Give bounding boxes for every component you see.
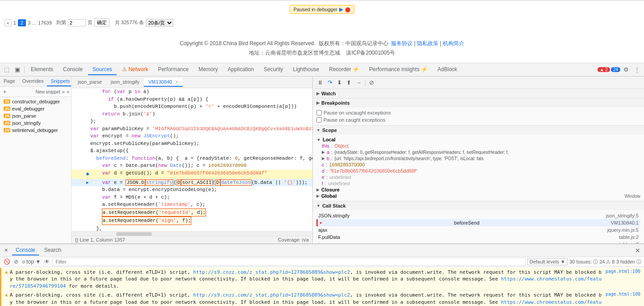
close-vm-tab-icon[interactable]: × [175,79,178,85]
console-link-3[interactable]: http://s9.cnzz.com/z_stat.php?id=1278605… [193,292,350,298]
file-tree-tab-page[interactable]: Page [0,76,19,86]
file-tree-tab-snippets[interactable]: Snippets [47,76,72,86]
console-tab-console[interactable]: Console [12,246,39,255]
close-drawer-btn[interactable]: ✕ [633,246,642,255]
file-tree-more2-icon[interactable]: » [67,89,69,94]
editor-tab-vm130840[interactable]: VM130840 × [144,78,183,87]
tab-recorder[interactable]: Recorder ⚡ [324,64,364,75]
close-console-btn[interactable]: ✕ [2,246,10,255]
footer-link-about[interactable]: 机构简介 [443,40,464,47]
tab-security[interactable]: Security [259,64,287,75]
code-scrollbar-thumb[interactable] [116,232,152,236]
scope-section-header[interactable]: ▼ Scope [313,126,644,135]
console-link-2[interactable]: https://www.chromestatus.com/feature/571… [10,276,602,289]
console-level-select[interactable]: Default levels ▼ [527,258,568,265]
pause-uncaught-checkbox[interactable] [316,110,322,115]
file-tree-tab-overrides[interactable]: Overrides [19,76,47,86]
scope-d-val: "81e7b8b0657f6642036850e6cb5dd88f" [329,168,417,174]
debugger-sections: ▶ Watch ▶ Breakpoints Pause on uncaught … [313,89,644,243]
step-into-btn[interactable]: ⬇ [335,78,344,87]
footer-link-privacy[interactable]: 隐私政策 [417,40,438,47]
step-over-btn[interactable]: ↷ [326,78,334,87]
console-link-1[interactable]: http://s9.cnzz.com/z_stat.php?id=1278605… [193,269,350,275]
step-out-btn[interactable]: ⬆ [345,78,353,87]
watch-section-header[interactable]: ▶ Watch [313,89,644,98]
call-stack-loc-3: jquery.min.js:5 [607,227,639,233]
tab-application[interactable]: Application [223,64,258,75]
file-tree-tabs: Page Overrides Snippets Workspace [0,76,71,87]
bp-dot-active[interactable]: ● [85,170,90,179]
code-content: var paramPublicKey = 'MIGfMA0GCSqGSIb3DQ… [90,125,312,133]
file-tree-more-icon[interactable]: » [62,89,65,94]
tab-sources[interactable]: Sources [88,64,117,75]
console-msg-loc-2[interactable]: page.html:100 [606,292,640,297]
call-stack-beforesend[interactable]: ● beforeSend VM130840:1 [316,219,640,226]
settings-icon[interactable]: ⚙ [621,65,631,74]
deactivate-breakpoints-btn[interactable]: ⊘ [367,78,376,87]
inspect-element-icon[interactable]: ⬚ [2,65,12,74]
scope-f: f: undefined [322,180,640,187]
console-tab-search[interactable]: Search [41,246,65,255]
call-stack-json-stringify[interactable]: JSON.stringify json_stringify:5 [316,212,640,219]
call-stack-section-header[interactable]: ▼ Call Stack [313,201,644,210]
page-num-last: 17639 [38,20,52,26]
editor-tab-json-parse[interactable]: json_parse [73,78,106,87]
code-line: return b.join('&') [72,110,312,118]
console-eye-icon[interactable]: 👁 [43,258,51,266]
console-filter-input[interactable] [52,258,526,266]
new-snippet-label[interactable]: New snippet [36,89,60,94]
tab-memory[interactable]: Memory [194,64,222,75]
scope-b[interactable]: ▶ b: {url: 'https://api.birdreport.cn/fr… [322,155,640,162]
call-stack-ajax[interactable]: ajax jquery.min.js:5 [316,226,640,234]
console-filter-icon[interactable]: ⊘ [13,258,19,266]
call-stack-fpulldata[interactable]: F.pullData table.js:2 [316,234,640,241]
file-item-eval-debugger[interactable]: JS eval_debugger [0,105,71,112]
top-frame-icon[interactable]: ⌾ top ▼ [21,258,42,266]
file-item-setinterval-debugger[interactable]: JS setinterval_debugger [0,127,71,134]
prev-page-btn[interactable]: ‹ [4,19,12,26]
watch-label: Watch [321,91,336,96]
editor-tab-json-stringify[interactable]: json_stringify [106,78,144,87]
file-item-json-stringify[interactable]: JS json_stringify [0,119,71,127]
tab-performance[interactable]: Performance [153,64,193,75]
more-options-icon[interactable]: ⋮ [632,65,642,74]
tab-elements[interactable]: Elements [26,64,58,75]
devtools-tabs-right: ▲ 2 24 ⚙ ⋮ [598,65,642,74]
page-2-btn[interactable]: 2 [18,19,26,26]
pause-caught-checkbox[interactable] [316,117,322,123]
tab-lighthouse[interactable]: Lighthouse [289,64,324,75]
clear-console-btn[interactable]: 🚫 [3,258,11,266]
file-item-constructor-debugger[interactable]: JS constructor_debugger [0,98,71,105]
code-scrollbar[interactable] [72,231,312,236]
record-icon[interactable]: ⬤ [345,7,350,13]
tab-perf-insights[interactable]: Performance insights ⚡ [365,64,432,75]
breakpoints-content: Pause on uncaught exceptions Pause on ca… [313,107,644,125]
code-content: return b.join('&') [90,110,312,118]
step-btn[interactable]: → [354,78,363,87]
console-link-4[interactable]: https://www.chromestatus.com/feature/571… [10,299,602,306]
code-line: for (var p in a) [72,88,312,96]
code-line: if (a.hasOwnProperty(p) && a[p]) { [72,96,312,103]
debugger-panel: ⏸ ↷ ⬇ ⬆ → ⊘ ▶ Watch [313,76,644,243]
file-item-json-parse[interactable]: JS json_parse [0,112,71,119]
goto-page-input[interactable] [68,19,86,26]
scope-a[interactable]: ▶ a: {readyState: 0, getResponseHeader: … [322,149,640,155]
add-snippet-icon[interactable]: ＋ [2,88,8,96]
scope-global[interactable]: ▶ Global Window [316,193,640,199]
confirm-goto-btn[interactable]: 确定 [94,18,109,27]
page-area: ‹ 1 2 3 ... 17639 到第 页 确定 共 325776 条 20条… [0,0,644,63]
scope-local-header[interactable]: ▼ Local [316,136,640,143]
breakpoints-section-header[interactable]: ▶ Breakpoints [313,98,644,107]
scope-closure[interactable]: ▶ Closure [316,187,640,193]
code-view[interactable]: for (var p in a) if (a.hasOwnProperty(p)… [72,88,312,231]
play-icon[interactable]: ▶ [339,6,343,13]
tab-network[interactable]: ⚠ Network [118,64,152,75]
console-msg-loc-1[interactable]: page.html:100 [606,269,640,274]
responsive-icon[interactable]: ▣ [13,65,22,74]
sources-panel: Page Overrides Snippets Workspace ＋ New … [0,76,313,243]
per-page-select[interactable]: 20条/页 50条/页 [146,19,173,27]
tab-adblock[interactable]: AdBlock [433,64,462,75]
pause-resume-btn[interactable]: ⏸ [316,78,325,87]
footer-link-service[interactable]: 服务协议 [391,40,412,47]
tab-console[interactable]: Console [59,64,87,75]
